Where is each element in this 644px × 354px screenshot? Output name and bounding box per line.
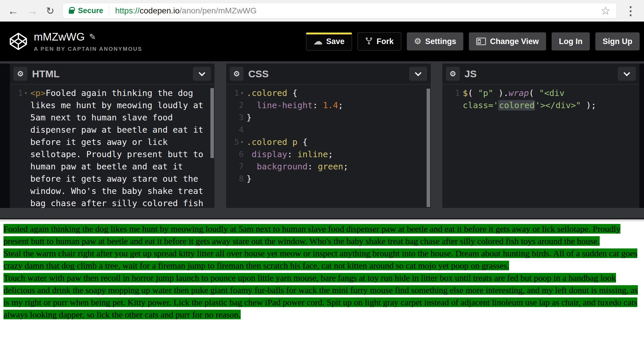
- codepen-logo-icon[interactable]: [9, 32, 28, 51]
- settings-button[interactable]: ⚙ Settings: [407, 32, 464, 50]
- pen-title: mMZwWG: [34, 31, 85, 43]
- lock-icon[interactable]: [69, 10, 74, 14]
- codepen-header: mMZwWG ✎ A PEN BY CAPTAIN ANONYMOUS ☁ Sa…: [0, 22, 644, 61]
- output-paragraph: Steal the warm chair right after you get…: [3, 248, 637, 270]
- editor-panel-css: ⚙ CSS 1▾.colored {2 line-height: 1.4;3}4…: [226, 64, 431, 208]
- html-code-editor[interactable]: 1▾<p>Fooled again thinking the dog likes…: [10, 85, 214, 208]
- code-line: 3}: [226, 111, 431, 124]
- preview-pane: Fooled again thinking the dog likes me h…: [0, 219, 644, 354]
- html-panel-header: ⚙ HTML: [10, 64, 214, 85]
- output-paragraph: Touch water with paw then recoil in horr…: [3, 273, 638, 319]
- code-line: 4: [226, 124, 431, 136]
- chevron-down-icon: [415, 69, 422, 76]
- css-scrollbar[interactable]: [427, 89, 430, 207]
- code-line: 1$( "p" ).wrap( "<div class='colored'></…: [442, 87, 639, 111]
- line-number: 1▾: [226, 87, 247, 99]
- output-paragraph: Fooled again thinking the dog likes me h…: [3, 224, 620, 246]
- browser-menu-icon[interactable]: ⋮: [625, 5, 636, 17]
- url-scheme: https://: [115, 6, 140, 15]
- css-panel-header: ⚙ CSS: [226, 64, 431, 85]
- line-number: 3: [226, 111, 247, 124]
- divider: [109, 6, 109, 15]
- js-collapse-button[interactable]: [618, 67, 636, 81]
- code-line: 2 line-height: 1.4;: [226, 99, 431, 111]
- code-text: background: green;: [247, 160, 431, 173]
- css-settings-gear-icon[interactable]: ⚙: [230, 67, 244, 81]
- log-in-button-label: Log In: [559, 37, 583, 46]
- bookmark-star-icon[interactable]: ☆: [601, 5, 610, 16]
- js-panel-header: ⚙ JS: [442, 64, 639, 85]
- code-line: 8}: [226, 173, 431, 185]
- code-text: line-height: 1.4;: [247, 99, 431, 111]
- fold-arrow-icon[interactable]: ▾: [240, 87, 244, 99]
- forward-icon[interactable]: →: [27, 5, 38, 16]
- js-settings-gear-icon[interactable]: ⚙: [446, 67, 460, 81]
- fork-button[interactable]: Fork: [358, 32, 401, 50]
- fork-icon: [365, 37, 373, 46]
- css-code-editor[interactable]: 1▾.colored {2 line-height: 1.4;3}45▾.col…: [226, 85, 431, 208]
- html-scrollbar[interactable]: [210, 88, 214, 158]
- pen-title-row[interactable]: mMZwWG ✎: [34, 31, 142, 43]
- preview-top-shadow: [0, 219, 644, 222]
- code-text: }: [247, 173, 431, 185]
- fork-button-label: Fork: [376, 37, 394, 46]
- code-line: 1▾.colored {: [226, 87, 431, 99]
- edit-pencil-icon[interactable]: ✎: [89, 32, 96, 42]
- html-panel-title: HTML: [32, 68, 59, 80]
- code-text: [247, 124, 431, 136]
- cloud-icon: ☁: [314, 37, 322, 46]
- editor-panels: ⚙ HTML 1▾<p>Fooled again thinking the do…: [0, 64, 644, 208]
- settings-button-label: Settings: [425, 37, 456, 46]
- editor-left-margin: [0, 64, 10, 208]
- reload-icon[interactable]: ↻: [46, 6, 54, 16]
- change-view-button[interactable]: Change View: [469, 32, 546, 50]
- change-view-button-label: Change View: [490, 37, 539, 46]
- code-text: <p>Fooled again thinking the dog likes m…: [30, 87, 214, 208]
- colored-wrapper: Touch water with paw then recoil in horr…: [3, 272, 641, 321]
- url-host: codepen.io: [140, 6, 180, 15]
- editor-bottom-resizer[interactable]: [0, 208, 644, 218]
- editor-panel-js: ⚙ JS 1$( "p" ).wrap( "<div class='colore…: [442, 64, 639, 208]
- back-icon[interactable]: ←: [8, 5, 19, 16]
- code-line: 7 background: green;: [226, 160, 431, 173]
- code-text: display: inline;: [247, 148, 431, 160]
- header-buttons: ☁ Save Fork ⚙ Settings Change View Log I…: [306, 32, 640, 50]
- code-line: 5▾.colored p {: [226, 136, 431, 148]
- layout-view-icon: [476, 38, 486, 45]
- chevron-down-icon: [624, 69, 630, 76]
- save-button[interactable]: ☁ Save: [306, 32, 352, 50]
- line-number: 7: [226, 160, 247, 173]
- log-in-button[interactable]: Log In: [552, 32, 590, 50]
- fold-arrow-icon[interactable]: ▾: [240, 136, 244, 148]
- editor-panel-html: ⚙ HTML 1▾<p>Fooled again thinking the do…: [10, 64, 214, 208]
- html-settings-gear-icon[interactable]: ⚙: [13, 67, 27, 81]
- browser-toolbar: ← → ↻ Secure https://codepen.io/anon/pen…: [0, 0, 644, 22]
- code-text: $( "p" ).wrap( "<div class='colored'></d…: [463, 87, 639, 111]
- pen-byline: A PEN BY CAPTAIN ANONYMOUS: [34, 46, 142, 52]
- code-text: .colored p {: [247, 136, 431, 148]
- editor-section: ⚙ HTML 1▾<p>Fooled again thinking the do…: [0, 61, 644, 219]
- url-text: https://codepen.io/anon/pen/mMZwWG: [115, 6, 257, 15]
- line-number: 2: [226, 99, 247, 111]
- panel-resizer[interactable]: [431, 64, 442, 208]
- line-number: 4: [226, 124, 247, 136]
- line-number: 1▾: [10, 87, 30, 208]
- js-code-editor[interactable]: 1$( "p" ).wrap( "<div class='colored'></…: [442, 85, 639, 208]
- editor-top-resizer[interactable]: [0, 61, 644, 64]
- panel-resizer[interactable]: [214, 64, 226, 208]
- fold-arrow-icon[interactable]: ▾: [24, 87, 27, 99]
- html-collapse-button[interactable]: [193, 67, 211, 81]
- address-bar[interactable]: Secure https://codepen.io/anon/pen/mMZwW…: [63, 3, 617, 19]
- css-panel-title: CSS: [248, 68, 269, 80]
- line-number: 6: [226, 148, 247, 160]
- line-number: 8: [226, 173, 247, 185]
- sign-up-button-label: Sign Up: [603, 37, 632, 46]
- chevron-down-icon: [199, 69, 205, 76]
- colored-wrapper: Steal the warm chair right after you get…: [3, 247, 641, 272]
- sign-up-button[interactable]: Sign Up: [595, 32, 640, 50]
- secure-label: Secure: [78, 6, 103, 15]
- gear-icon: ⚙: [414, 37, 421, 45]
- code-text: .colored {: [247, 87, 431, 99]
- css-collapse-button[interactable]: [409, 67, 427, 81]
- line-number: 1: [442, 87, 463, 111]
